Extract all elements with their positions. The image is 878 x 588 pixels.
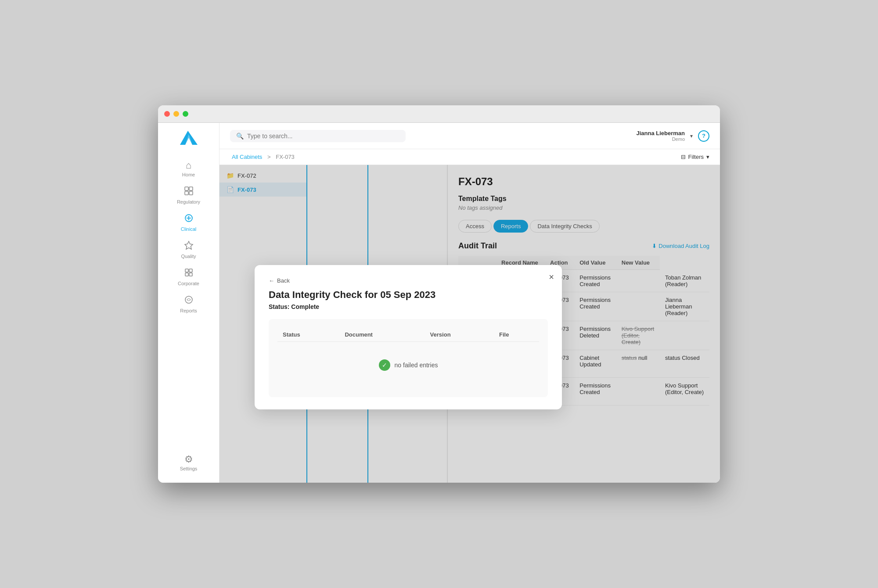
- sidebar-item-quality[interactable]: Quality: [158, 236, 219, 263]
- svg-rect-4: [185, 191, 188, 195]
- quality-icon: [184, 240, 194, 252]
- sidebar-item-label: Corporate: [178, 281, 199, 286]
- sidebar-item-reports[interactable]: Reports: [158, 290, 219, 318]
- back-label: Back: [277, 277, 290, 284]
- home-icon: ⌂: [186, 161, 191, 170]
- top-bar-right: Jianna Lieberman Demo ▾ ?: [636, 130, 709, 142]
- app-body: ⌂ Home Regulatory: [158, 123, 720, 483]
- empty-message: no failed entries: [395, 362, 438, 369]
- sidebar: ⌂ Home Regulatory: [158, 123, 220, 483]
- minimize-button[interactable]: [173, 111, 179, 117]
- traffic-lights: [164, 111, 188, 117]
- modal-title: Data Integrity Check for 05 Sep 2023: [269, 289, 548, 301]
- sidebar-item-clinical[interactable]: Clinical: [158, 209, 219, 236]
- svg-rect-3: [189, 187, 193, 190]
- clinical-icon: [184, 213, 194, 225]
- main-content: 🔍 Jianna Lieberman Demo ▾ ? All Cabinets…: [220, 123, 720, 483]
- svg-point-13: [185, 296, 192, 303]
- modal-col-status: Status: [277, 328, 339, 342]
- close-button[interactable]: [164, 111, 170, 117]
- app-window: ⌂ Home Regulatory: [158, 105, 720, 483]
- modal-col-document: Document: [339, 328, 425, 342]
- back-arrow-icon: ←: [269, 277, 274, 284]
- search-input[interactable]: [247, 133, 399, 140]
- modal-col-file: File: [494, 328, 539, 342]
- breadcrumb-bar: All Cabinets > FX-073 ⊟ Filters ▾: [220, 149, 720, 165]
- sidebar-item-label: Regulatory: [177, 199, 200, 204]
- sidebar-item-label: Quality: [181, 254, 196, 259]
- modal-table: Status Document Version File: [277, 328, 539, 342]
- sidebar-item-home[interactable]: ⌂ Home: [158, 156, 219, 182]
- svg-rect-5: [189, 191, 193, 195]
- user-name: Jianna Lieberman: [636, 130, 685, 136]
- sidebar-item-label: Settings: [180, 466, 198, 471]
- success-check-icon: ✓: [379, 359, 390, 371]
- sidebar-item-settings[interactable]: ⚙ Settings: [158, 450, 219, 476]
- content-area: 📁 FX-072 📄 FX-073 empty folder: [220, 165, 720, 483]
- reports-icon: [184, 295, 194, 306]
- modal-back-button[interactable]: ← Back: [269, 277, 548, 284]
- regulatory-icon: [184, 186, 194, 197]
- maximize-button[interactable]: [183, 111, 188, 117]
- search-box[interactable]: 🔍: [230, 130, 406, 142]
- user-info: Jianna Lieberman Demo: [636, 130, 685, 142]
- breadcrumb-all-cabinets[interactable]: All Cabinets: [232, 154, 262, 160]
- sidebar-item-regulatory[interactable]: Regulatory: [158, 182, 219, 209]
- svg-rect-12: [189, 273, 192, 276]
- breadcrumb-current: FX-073: [276, 154, 295, 160]
- sidebar-item-label: Clinical: [181, 226, 196, 232]
- svg-rect-9: [185, 269, 188, 272]
- top-bar: 🔍 Jianna Lieberman Demo ▾ ?: [220, 123, 720, 149]
- modal-close-button[interactable]: ×: [549, 272, 554, 282]
- sidebar-item-corporate[interactable]: Corporate: [158, 263, 219, 290]
- search-icon: 🔍: [236, 133, 244, 140]
- modal-empty-inner: ✓ no failed entries: [277, 359, 539, 371]
- svg-rect-2: [185, 187, 188, 190]
- modal-col-version: Version: [425, 328, 494, 342]
- breadcrumb-separator: >: [267, 154, 272, 160]
- user-role: Demo: [672, 136, 685, 142]
- modal-table-container: Status Document Version File ✓: [269, 319, 548, 397]
- sidebar-item-label: Reports: [180, 308, 197, 313]
- filters-label: Filters: [688, 154, 704, 160]
- logo[interactable]: [179, 130, 198, 147]
- breadcrumb: All Cabinets > FX-073: [230, 154, 296, 160]
- sidebar-item-label: Home: [182, 172, 195, 177]
- title-bar: [158, 105, 720, 123]
- modal-empty-state: ✓ no failed entries: [277, 342, 539, 388]
- corporate-icon: [184, 268, 194, 279]
- chevron-down-icon[interactable]: ▾: [690, 133, 693, 139]
- modal-dialog: × ← Back Data Integrity Check for 05 Sep…: [255, 265, 562, 409]
- svg-rect-10: [189, 269, 192, 272]
- filters-button[interactable]: ⊟ Filters ▾: [681, 154, 709, 160]
- modal-status: Status: Complete: [269, 303, 548, 310]
- filter-icon: ⊟: [681, 154, 686, 160]
- svg-rect-11: [185, 273, 188, 276]
- settings-icon: ⚙: [184, 455, 193, 464]
- modal-overlay: × ← Back Data Integrity Check for 05 Sep…: [220, 165, 720, 483]
- help-button[interactable]: ?: [698, 130, 709, 142]
- chevron-filters-icon: ▾: [706, 154, 709, 160]
